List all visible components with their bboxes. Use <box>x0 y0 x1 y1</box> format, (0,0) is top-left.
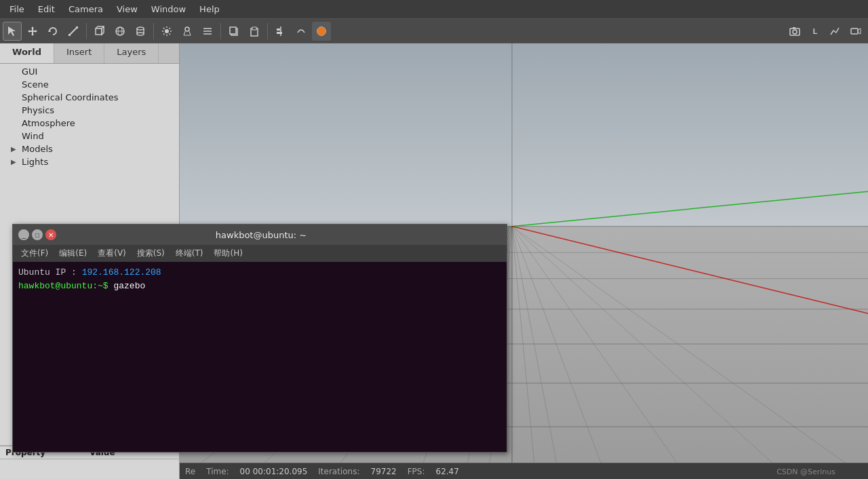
terminal-ip-label: Ubuntu IP : <box>18 267 82 277</box>
menu-camera[interactable]: Camera <box>62 2 110 16</box>
terminal-menubar: 文件(F) 编辑(E) 查看(V) 搜索(S) 终端(T) 帮助(H) <box>13 245 507 262</box>
toolbar-sep-2 <box>153 23 154 39</box>
status-bar: Re Time: 00 00:01:20.095 Iterations: 797… <box>180 463 868 479</box>
translate-tool-button[interactable] <box>23 22 42 41</box>
svg-rect-47 <box>793 27 795 28</box>
screenshot-button[interactable] <box>785 22 804 41</box>
term-menu-help[interactable]: 帮助(H) <box>208 246 248 261</box>
svg-rect-50 <box>180 43 868 240</box>
tree-item-spherical-coordinates[interactable]: Spherical Coordinates <box>0 91 179 104</box>
graph-button[interactable] <box>826 22 845 41</box>
spot-light-button[interactable] <box>178 22 197 41</box>
snap-button[interactable] <box>292 22 311 41</box>
tree-item-atmosphere[interactable]: Atmosphere <box>0 117 179 130</box>
svg-line-33 <box>189 31 191 35</box>
tab-world[interactable]: World <box>0 43 54 63</box>
sphere-shape-button[interactable] <box>111 22 130 41</box>
svg-marker-4 <box>31 34 34 36</box>
terminal-window: _ □ ✕ hawkbot@ubuntu: ~ 文件(F) 编辑(E) 查看(V… <box>12 224 507 453</box>
tree-item-physics[interactable]: Physics <box>0 104 179 117</box>
terminal-maximize-button[interactable]: □ <box>32 229 43 240</box>
fps-label: FPS: <box>408 467 425 476</box>
sun-light-button[interactable] <box>157 22 176 41</box>
align-button[interactable] <box>271 22 290 41</box>
svg-line-27 <box>163 28 165 29</box>
tab-insert[interactable]: Insert <box>54 43 104 63</box>
terminal-prompt: hawkbot@ubuntu:~$ <box>18 281 113 291</box>
terminal-command: gazebo <box>113 281 145 291</box>
terminal-titlebar: _ □ ✕ hawkbot@ubuntu: ~ <box>13 225 507 245</box>
svg-marker-5 <box>28 30 30 33</box>
box-shape-button[interactable] <box>90 22 109 41</box>
time-label: Time: <box>206 467 229 476</box>
term-menu-view[interactable]: 查看(V) <box>92 246 132 261</box>
toolbar-sep-1 <box>86 23 87 39</box>
tree-item-models[interactable]: ▶ Models <box>0 142 179 155</box>
record-button[interactable] <box>846 22 865 41</box>
dir-light-button[interactable] <box>198 22 217 41</box>
term-menu-edit[interactable]: 编辑(E) <box>54 246 92 261</box>
svg-rect-11 <box>96 28 102 35</box>
tree-item-lights[interactable]: ▶ Lights <box>0 155 179 168</box>
svg-rect-39 <box>230 27 236 34</box>
svg-rect-43 <box>277 28 280 31</box>
paste-button[interactable] <box>245 22 264 41</box>
menu-help[interactable]: Help <box>193 2 226 16</box>
svg-line-29 <box>170 28 171 29</box>
time-value: 00 00:01:20.095 <box>240 467 308 476</box>
terminal-ip-value: 192.168.122.208 <box>82 267 161 277</box>
menu-bar: File Edit Camera View Window Help <box>0 0 868 19</box>
svg-line-28 <box>170 33 171 35</box>
term-menu-terminal[interactable]: 终端(T) <box>170 246 209 261</box>
terminal-title: hawkbot@ubuntu: ~ <box>56 230 466 240</box>
svg-point-21 <box>137 33 144 35</box>
tree-item-scene[interactable]: Scene <box>0 78 179 91</box>
terminal-minimize-button[interactable]: _ <box>18 229 29 240</box>
svg-line-30 <box>163 33 165 35</box>
tab-layers[interactable]: Layers <box>104 43 159 63</box>
menu-view[interactable]: View <box>110 2 144 16</box>
fps-value: 62.47 <box>436 467 459 476</box>
terminal-body[interactable]: Ubuntu IP : 192.168.122.208 hawkbot@ubun… <box>13 262 507 452</box>
term-menu-search[interactable]: 搜索(S) <box>132 246 170 261</box>
svg-marker-12 <box>102 26 104 35</box>
realtime-label: Re <box>185 467 195 476</box>
watermark: CSDN @Serinus <box>776 467 835 476</box>
svg-point-31 <box>185 27 189 31</box>
menu-window[interactable]: Window <box>144 2 193 16</box>
term-menu-file[interactable]: 文件(F) <box>16 246 54 261</box>
terminal-close-button[interactable]: ✕ <box>45 229 56 240</box>
iterations-value: 79722 <box>371 467 397 476</box>
menu-edit[interactable]: Edit <box>31 2 62 16</box>
svg-point-18 <box>137 27 144 30</box>
svg-marker-6 <box>35 30 37 33</box>
svg-point-46 <box>793 30 797 34</box>
svg-marker-0 <box>8 26 16 36</box>
svg-line-32 <box>184 31 185 35</box>
copy-button[interactable] <box>224 22 243 41</box>
iterations-label: Iterations: <box>318 467 359 476</box>
svg-point-22 <box>165 29 169 33</box>
svg-rect-44 <box>277 32 282 34</box>
tree-item-gui[interactable]: GUI <box>0 65 179 78</box>
terminal-line-1: Ubuntu IP : 192.168.122.208 <box>18 266 501 280</box>
scale-tool-button[interactable] <box>64 22 83 41</box>
terminal-line-2: hawkbot@ubuntu:~$ gazebo <box>18 280 501 293</box>
svg-rect-41 <box>252 27 256 30</box>
select-tool-button[interactable] <box>3 22 22 41</box>
svg-rect-9 <box>76 26 78 28</box>
cylinder-shape-button[interactable] <box>131 22 150 41</box>
tree-item-wind[interactable]: Wind <box>0 130 179 142</box>
log-button[interactable]: L <box>806 22 825 41</box>
svg-marker-3 <box>31 26 34 28</box>
svg-rect-48 <box>851 28 858 34</box>
material-button[interactable] <box>312 22 331 41</box>
terminal-controls: _ □ ✕ <box>18 229 56 240</box>
toolbar: L <box>0 19 868 43</box>
tab-bar: World Insert Layers <box>0 43 179 64</box>
toolbar-sep-3 <box>220 23 221 39</box>
toolbar-sep-4 <box>267 23 268 39</box>
svg-rect-10 <box>68 34 71 36</box>
rotate-tool-button[interactable] <box>43 22 62 41</box>
menu-file[interactable]: File <box>3 2 31 16</box>
